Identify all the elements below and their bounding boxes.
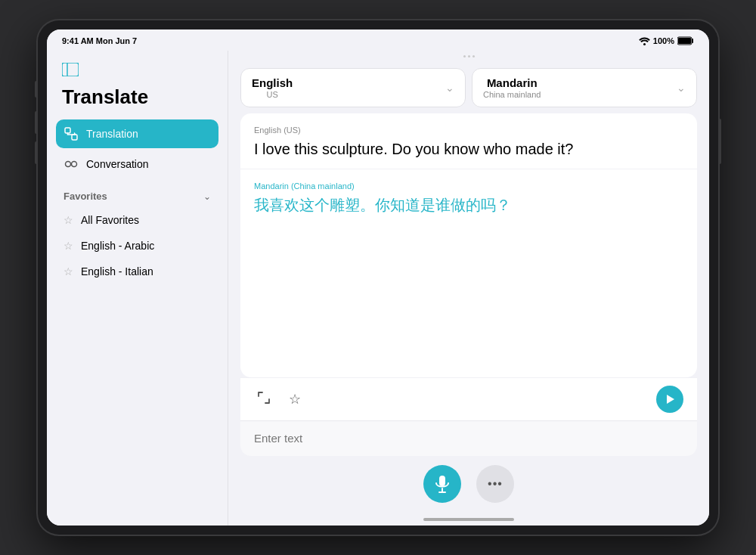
star-icon-italian: ☆ [64,265,73,278]
battery-icon [677,36,694,45]
home-indicator [228,515,709,526]
sidebar-toggle[interactable] [56,63,218,79]
source-language-button[interactable]: English US ⌄ [240,68,466,107]
expand-icon [257,391,271,405]
more-dots-icon: ••• [488,477,503,491]
drag-dots [463,55,475,57]
svg-rect-5 [65,128,70,133]
svg-rect-2 [678,38,691,44]
more-options-button[interactable]: ••• [476,465,514,503]
action-bar: ☆ [240,377,697,420]
app-title: Translate [56,85,218,109]
text-input[interactable] [254,432,683,445]
device-screen: 9:41 AM Mon Jun 7 100% [47,29,709,526]
input-area[interactable] [240,420,697,456]
target-lang-region: China mainland [483,90,541,99]
sidebar: Translate Translation [47,51,228,526]
translation-label: Translation [86,128,138,140]
source-lang-chevron-icon: ⌄ [445,82,454,94]
play-button[interactable] [656,386,683,413]
favorites-arabic-label: English - Arabic [81,240,154,252]
volume-down-button[interactable] [35,141,38,164]
device-frame: 9:41 AM Mon Jun 7 100% [38,20,718,535]
status-indicators: 100% [639,36,694,45]
svg-marker-9 [667,395,674,404]
action-left-buttons: ☆ [254,388,304,411]
app-content: Translate Translation [47,51,709,526]
source-lang-label: English (US) [254,126,683,135]
svg-rect-3 [62,63,79,76]
translation-section: Mandarin (China mainland) 我喜欢这个雕塑。你知道是谁做… [240,169,697,377]
status-time: 9:41 AM Mon Jun 7 [62,36,137,45]
volume-up-button[interactable] [35,111,38,134]
source-lang-info: English US [252,76,293,99]
nav-item-translation[interactable]: Translation [56,119,218,148]
translation-icon [64,126,79,141]
svg-rect-10 [439,476,445,486]
drag-handle [228,51,709,62]
conversation-icon [64,157,79,172]
favorites-item-all[interactable]: ☆ All Favorites [56,208,218,232]
favorites-all-label: All Favorites [81,214,139,226]
favorites-item-arabic[interactable]: ☆ English - Arabic [56,234,218,258]
source-lang-name: English [252,76,293,89]
source-section: English (US) I love this sculpture. Do y… [240,113,697,169]
target-language-button[interactable]: Mandarin China mainland ⌄ [472,68,697,107]
power-button[interactable] [718,119,721,164]
target-lang-name: Mandarin [483,76,541,89]
target-text: 我喜欢这个雕塑。你知道是谁做的吗？ [254,195,683,215]
star-icon-arabic: ☆ [64,240,73,252]
star-icon-all: ☆ [64,214,73,226]
drag-dot-2 [468,55,470,57]
favorites-chevron-icon: ⌄ [203,191,211,202]
language-selector: English US ⌄ Mandarin China mainland ⌄ [228,62,709,113]
status-bar: 9:41 AM Mon Jun 7 100% [47,29,709,51]
home-bar [423,518,514,521]
favorite-button[interactable]: ☆ [286,388,304,411]
target-lang-chevron-icon: ⌄ [677,82,686,94]
favorites-header[interactable]: Favorites ⌄ [56,180,218,208]
main-panel: English US ⌄ Mandarin China mainland ⌄ [228,51,709,526]
microphone-button[interactable] [423,465,461,503]
microphone-icon [435,475,450,493]
conversation-label: Conversation [86,158,149,170]
svg-point-7 [66,162,71,167]
star-outline-icon: ☆ [289,392,301,407]
expand-button[interactable] [254,388,274,411]
target-lang-label: Mandarin (China mainland) [254,181,683,191]
wifi-icon [639,37,650,45]
target-lang-info: Mandarin China mainland [483,76,541,99]
svg-point-8 [72,162,77,167]
drag-dot-3 [472,55,475,57]
translation-area: English (US) I love this sculpture. Do y… [240,113,697,377]
svg-point-0 [643,43,646,45]
battery-text: 100% [653,36,674,45]
source-lang-region: US [252,90,293,99]
svg-rect-6 [72,135,77,140]
favorites-italian-label: English - Italian [81,265,153,278]
favorites-item-italian[interactable]: ☆ English - Italian [56,259,218,284]
favorites-title: Favorites [64,191,107,202]
nav-item-conversation[interactable]: Conversation [56,150,218,178]
silent-switch[interactable] [35,81,38,98]
source-text: I love this sculpture. Do you know who m… [254,139,683,160]
drag-dot-1 [463,55,466,57]
play-icon [665,394,675,405]
bottom-controls: ••• [228,456,709,515]
